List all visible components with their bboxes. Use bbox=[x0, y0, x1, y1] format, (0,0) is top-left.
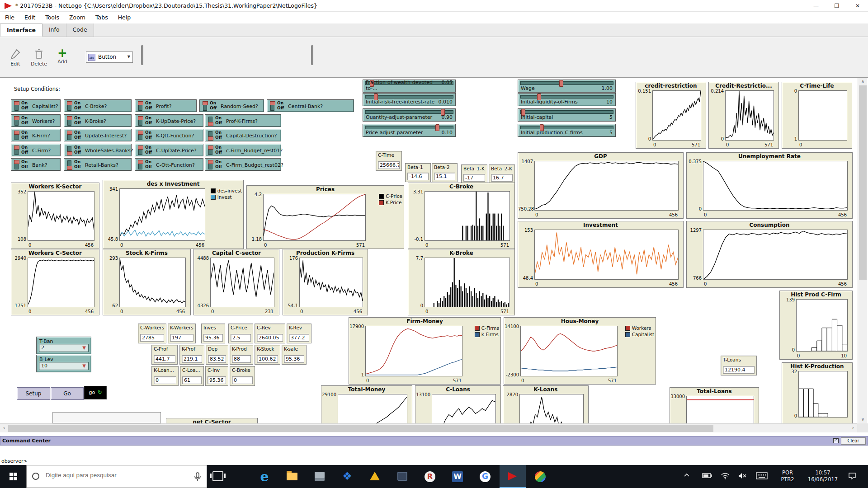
netlogo-app-icon[interactable] bbox=[500, 465, 526, 488]
expand-icon[interactable] bbox=[833, 438, 839, 443]
switch-track[interactable] bbox=[138, 131, 142, 140]
close-button[interactable]: ✕ bbox=[847, 0, 868, 12]
tray-notifications[interactable] bbox=[848, 465, 866, 488]
chooser-value-box[interactable]: 2▼ bbox=[39, 344, 89, 352]
switch-track[interactable] bbox=[203, 102, 207, 111]
add-tool[interactable]: + Add bbox=[53, 47, 71, 65]
switch-track[interactable] bbox=[138, 146, 142, 155]
slider-track[interactable] bbox=[520, 110, 613, 114]
app-icon[interactable] bbox=[389, 465, 415, 488]
switch-handle[interactable] bbox=[14, 131, 19, 135]
switch-track[interactable] bbox=[208, 160, 212, 169]
chooser-value-box[interactable]: 10▼ bbox=[39, 362, 89, 370]
tab-interface[interactable]: Interface bbox=[0, 23, 42, 37]
chooser-t-ban[interactable]: T-Ban2▼ bbox=[36, 337, 91, 354]
tray-show-hidden[interactable] bbox=[684, 465, 699, 488]
switch-handle[interactable] bbox=[14, 101, 19, 105]
switch-track[interactable] bbox=[208, 146, 212, 155]
tray-battery[interactable] bbox=[702, 465, 718, 488]
switch-track[interactable] bbox=[14, 131, 19, 140]
switch-random-seed[interactable]: OnOffRandom-Seed? bbox=[199, 99, 264, 112]
switch-handle[interactable] bbox=[208, 160, 213, 164]
switch-update-interest[interactable]: OnOffUpdate-Interest? bbox=[64, 129, 132, 141]
slider-track[interactable] bbox=[520, 95, 613, 99]
switch-handle[interactable] bbox=[208, 136, 213, 141]
switch-bank[interactable]: OnOffBank? bbox=[11, 158, 61, 171]
maximize-button[interactable]: ❐ bbox=[826, 0, 847, 12]
switch-handle[interactable] bbox=[138, 131, 143, 135]
switch-handle[interactable] bbox=[270, 101, 275, 105]
app-icon[interactable] bbox=[307, 465, 333, 488]
switch-track[interactable] bbox=[67, 160, 71, 169]
switch-handle[interactable] bbox=[67, 116, 72, 120]
switch-c-firm-budget-rest01[interactable]: OnOffc-Firm_Budget_rest01? bbox=[205, 144, 281, 156]
switch-handle[interactable] bbox=[203, 101, 208, 105]
switch-c-firm[interactable]: OnOffC-Firm? bbox=[11, 144, 61, 156]
go-forever-button[interactable]: go↻ bbox=[84, 386, 107, 399]
file-explorer-app-icon[interactable] bbox=[279, 465, 305, 488]
horizontal-scrollbar[interactable]: ‹ › bbox=[0, 423, 868, 432]
switch-track[interactable] bbox=[270, 102, 274, 111]
taskbar-search[interactable] bbox=[26, 465, 207, 488]
app-icon[interactable] bbox=[527, 465, 553, 488]
switch-handle[interactable] bbox=[138, 145, 143, 150]
switch-track[interactable] bbox=[14, 146, 19, 155]
slider-wage[interactable]: Wage1.00 bbox=[518, 80, 616, 93]
switch-track[interactable] bbox=[14, 160, 19, 169]
slider-track[interactable] bbox=[365, 110, 453, 114]
switch-track[interactable] bbox=[14, 102, 19, 111]
switch-profit[interactable]: OnOffProfit? bbox=[135, 99, 197, 112]
switch-track[interactable] bbox=[67, 131, 71, 140]
vertical-scroll-thumb[interactable] bbox=[859, 85, 867, 280]
start-button[interactable] bbox=[0, 465, 26, 488]
switch-track[interactable] bbox=[67, 117, 71, 126]
tab-code[interactable]: Code bbox=[66, 23, 94, 37]
tray-clock[interactable]: 10:57 16/06/2017 bbox=[801, 465, 844, 488]
slider-initial-capital[interactable]: Initial-capital5 bbox=[518, 108, 616, 122]
vertical-scrollbar[interactable]: ∧ ∨ bbox=[858, 78, 867, 423]
switch-handle[interactable] bbox=[67, 151, 72, 155]
slider-track[interactable] bbox=[365, 126, 453, 129]
switch-track[interactable] bbox=[208, 131, 212, 140]
tab-info[interactable]: Info bbox=[42, 23, 66, 37]
slider-quantity-adjust-parameter[interactable]: Quantity-adjust-parameter0.90 bbox=[363, 108, 456, 122]
switch-central-bank[interactable]: OnOffCentral-Bank? bbox=[267, 99, 354, 112]
scroll-down-icon[interactable]: ∨ bbox=[858, 416, 868, 423]
slider-fraction-of-wealth[interactable]: Fraction-of-wealth-devoted-to-...0.05 bbox=[363, 80, 456, 93]
switch-handle[interactable] bbox=[14, 145, 19, 150]
slider-track[interactable] bbox=[520, 81, 613, 85]
tray-language[interactable]: POR PTB2 bbox=[776, 465, 799, 488]
switch-capital-destruction[interactable]: OnOffCapital-Destruction? bbox=[205, 129, 281, 141]
slider-initial-liquidity-of-firms[interactable]: Initial-liquidity-of-Firms10 bbox=[518, 93, 616, 106]
observer-prompt[interactable]: observer> bbox=[0, 457, 868, 465]
chrome-app-icon[interactable]: G bbox=[472, 465, 498, 488]
switch-handle[interactable] bbox=[67, 166, 72, 170]
word-app-icon[interactable]: W bbox=[444, 465, 471, 488]
setup-button[interactable]: Setup bbox=[17, 387, 50, 400]
switch-k-firm[interactable]: OnOffK-Firm? bbox=[11, 129, 61, 141]
switch-track[interactable] bbox=[138, 160, 142, 169]
switch-handle[interactable] bbox=[67, 131, 72, 135]
switch-k-update-price[interactable]: OnOffK-UpDate-Price? bbox=[135, 114, 203, 127]
switch-handle[interactable] bbox=[14, 116, 19, 120]
search-input[interactable] bbox=[46, 472, 181, 479]
chooser-b-lev[interactable]: B-Lev10▼ bbox=[36, 355, 91, 372]
switch-track[interactable] bbox=[67, 102, 71, 111]
switch-handle[interactable] bbox=[138, 116, 143, 120]
tray-keyboard[interactable] bbox=[756, 465, 774, 488]
switch-c-qtt-function[interactable]: OnOffC-Qtt-Function? bbox=[135, 158, 203, 171]
switch-handle[interactable] bbox=[138, 101, 143, 105]
scroll-left-icon[interactable]: ‹ bbox=[0, 424, 8, 433]
widget-type-select[interactable]: abc Button ▼ bbox=[86, 52, 133, 63]
switch-handle[interactable] bbox=[208, 122, 213, 126]
menu-help[interactable]: Help bbox=[113, 12, 136, 23]
switch-k-qtt-function[interactable]: OnOffK-Qtt-Function? bbox=[135, 129, 203, 141]
menu-file[interactable]: File bbox=[0, 12, 19, 23]
task-view-icon[interactable] bbox=[212, 471, 223, 481]
app-icon[interactable] bbox=[362, 465, 388, 488]
menu-tools[interactable]: Tools bbox=[40, 12, 64, 23]
switch-handle[interactable] bbox=[208, 145, 213, 150]
menu-edit[interactable]: Edit bbox=[19, 12, 40, 23]
slider-initial-production-c-firms[interactable]: Initial-production-C-firms5 bbox=[518, 124, 616, 137]
switch-c-firm-budget-rest02[interactable]: OnOffC-Firm_Budget_rest02? bbox=[205, 158, 281, 171]
